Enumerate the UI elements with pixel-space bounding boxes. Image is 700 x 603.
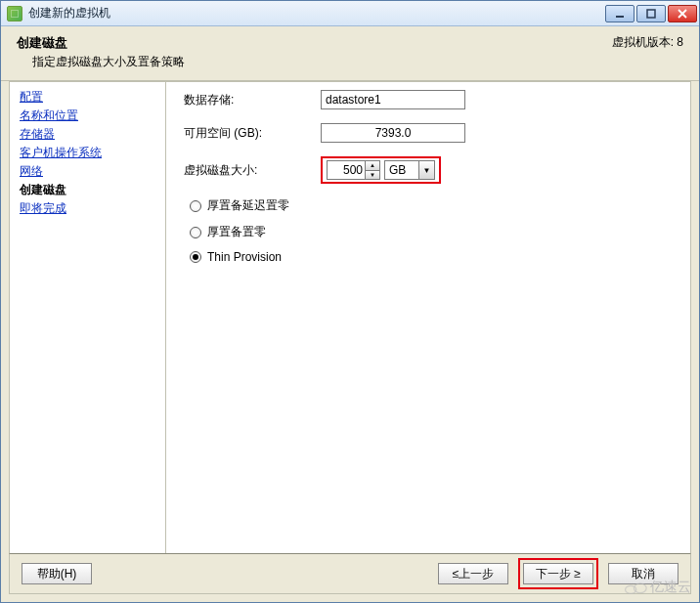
sidebar-item-network[interactable]: 网络 bbox=[20, 162, 165, 181]
window-buttons bbox=[605, 5, 697, 22]
wizard-body: 配置 名称和位置 存储器 客户机操作系统 网络 创建磁盘 即将完成 数据存储: … bbox=[9, 81, 691, 553]
radio-icon bbox=[190, 200, 201, 212]
wizard-steps-sidebar: 配置 名称和位置 存储器 客户机操作系统 网络 创建磁盘 即将完成 bbox=[10, 82, 166, 553]
provision-option-thick-eager[interactable]: 厚置备置零 bbox=[190, 224, 673, 240]
provision-option-label: 厚置备延迟置零 bbox=[207, 197, 289, 214]
page-subtitle: 指定虚拟磁盘大小及置备策略 bbox=[32, 54, 185, 70]
sidebar-item-storage[interactable]: 存储器 bbox=[20, 125, 165, 144]
datastore-field[interactable] bbox=[321, 90, 465, 109]
free-space-label: 可用空间 (GB): bbox=[184, 125, 321, 142]
wizard-window: 创建新的虚拟机 创建磁盘 指定虚拟磁盘大小及置备策略 虚拟机版本: 8 配置 名… bbox=[0, 0, 700, 603]
provision-option-thin[interactable]: Thin Provision bbox=[190, 250, 673, 264]
sidebar-item-configuration[interactable]: 配置 bbox=[20, 88, 165, 107]
page-title: 创建磁盘 bbox=[17, 34, 185, 52]
next-button[interactable]: 下一步 ≥ bbox=[523, 563, 593, 584]
disk-size-down-icon[interactable]: ▼ bbox=[366, 171, 379, 180]
titlebar: 创建新的虚拟机 bbox=[1, 1, 699, 26]
wizard-header: 创建磁盘 指定虚拟磁盘大小及置备策略 虚拟机版本: 8 bbox=[1, 26, 699, 81]
next-button-highlight: 下一步 ≥ bbox=[518, 558, 598, 589]
disk-size-unit-value: GB bbox=[385, 161, 418, 179]
free-space-value: 7393.0 bbox=[321, 123, 465, 143]
sidebar-item-name-location[interactable]: 名称和位置 bbox=[20, 107, 165, 125]
disk-size-up-icon[interactable]: ▲ bbox=[366, 161, 379, 171]
vm-version-label: 虚拟机版本: 8 bbox=[612, 34, 683, 51]
app-icon bbox=[7, 6, 22, 22]
wizard-content: 数据存储: 可用空间 (GB): 7393.0 虚拟磁盘大小: ▲ ▼ bbox=[166, 82, 690, 553]
disk-size-input[interactable] bbox=[328, 161, 365, 179]
provision-option-label: Thin Provision bbox=[207, 250, 282, 264]
back-button[interactable]: ≤上一步 bbox=[438, 563, 508, 584]
cancel-button[interactable]: 取消 bbox=[608, 563, 678, 584]
disk-size-highlight: ▲ ▼ GB ▼ bbox=[321, 156, 441, 184]
wizard-footer: 帮助(H) ≤上一步 下一步 ≥ 取消 bbox=[9, 553, 691, 594]
disk-size-label: 虚拟磁盘大小: bbox=[184, 162, 321, 179]
window-title: 创建新的虚拟机 bbox=[28, 5, 605, 22]
close-button[interactable] bbox=[668, 5, 697, 22]
radio-icon bbox=[190, 251, 201, 263]
sidebar-item-create-disk: 创建磁盘 bbox=[20, 181, 165, 199]
svg-rect-1 bbox=[647, 10, 655, 18]
maximize-button[interactable] bbox=[636, 5, 666, 22]
disk-size-unit-combo[interactable]: GB ▼ bbox=[384, 160, 435, 180]
provision-option-label: 厚置备置零 bbox=[207, 224, 266, 240]
chevron-down-icon[interactable]: ▼ bbox=[418, 161, 434, 179]
radio-icon bbox=[190, 227, 201, 238]
sidebar-item-guest-os[interactable]: 客户机操作系统 bbox=[20, 144, 165, 162]
sidebar-item-ready-complete[interactable]: 即将完成 bbox=[20, 199, 165, 218]
provision-option-thick-lazy[interactable]: 厚置备延迟置零 bbox=[190, 197, 673, 214]
disk-size-spinner[interactable]: ▲ ▼ bbox=[327, 160, 380, 180]
datastore-label: 数据存储: bbox=[184, 92, 321, 108]
svg-rect-0 bbox=[616, 16, 624, 18]
minimize-button[interactable] bbox=[605, 5, 634, 22]
help-button[interactable]: 帮助(H) bbox=[22, 563, 92, 584]
